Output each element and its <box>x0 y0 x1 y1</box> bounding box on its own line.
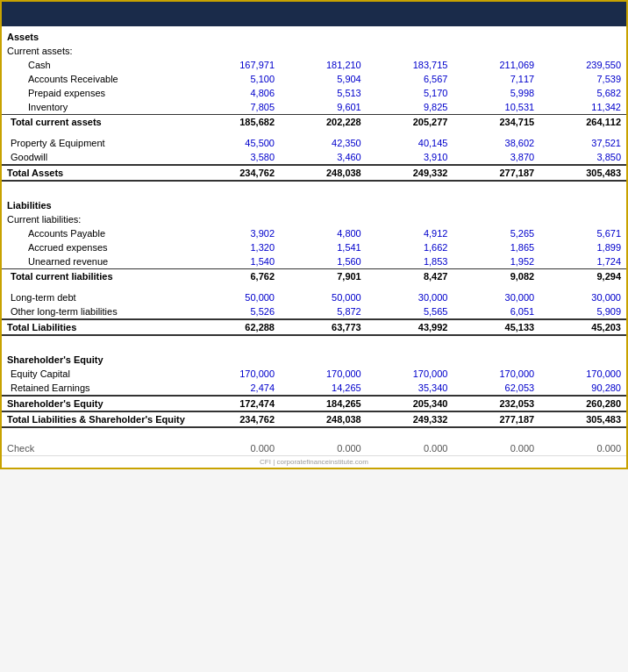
row-label: Total Liabilities & Shareholder's Equity <box>2 411 193 427</box>
row-label: Cash <box>2 58 193 72</box>
spacer-row <box>2 129 626 136</box>
row-value-2018: 45,203 <box>539 319 626 335</box>
row-value-2014: 1,320 <box>193 240 280 254</box>
row-label: Other long-term liabilities <box>2 304 193 319</box>
table-row: Total Liabilities62,28863,77343,99245,13… <box>2 319 626 335</box>
row-value-2016 <box>367 26 453 44</box>
table-row: Current liabilities: <box>2 212 626 226</box>
year-2015 <box>280 19 367 26</box>
table-row: Other long-term liabilities5,5265,8725,5… <box>2 304 626 319</box>
year-2017 <box>453 19 539 26</box>
row-value-2018: 37,521 <box>539 136 626 150</box>
row-value-2016: 40,145 <box>367 136 453 150</box>
row-label: Shareholder's Equity <box>2 349 193 367</box>
row-label: Prepaid expenses <box>2 86 193 100</box>
spreadsheet-container: AssetsCurrent assets:Cash167,971181,2101… <box>0 0 628 469</box>
row-label: Total current assets <box>2 115 193 130</box>
row-value-2017: 38,602 <box>453 136 539 150</box>
row-label: Accounts Payable <box>2 226 193 240</box>
row-label: Equity Capital <box>2 367 193 381</box>
table-row: Inventory7,8059,6019,82510,53111,342 <box>2 100 626 115</box>
spacer-row <box>2 283 626 290</box>
row-value-2016: 249,332 <box>367 165 453 181</box>
row-value-2014: 185,682 <box>193 115 280 130</box>
row-value-2017: 9,082 <box>453 269 539 284</box>
table-row: Accrued expenses1,3201,5411,6621,8651,89… <box>2 240 626 254</box>
row-value-2014: 7,805 <box>193 100 280 115</box>
table-row: Total Liabilities & Shareholder's Equity… <box>2 411 626 427</box>
table-row: Prepaid expenses4,8065,5135,1705,9985,68… <box>2 86 626 100</box>
row-label: Unearned revenue <box>2 254 193 269</box>
row-value-2014: 3,580 <box>193 150 280 165</box>
row-value-2014: 5,526 <box>193 304 280 319</box>
row-value-2016: 9,825 <box>367 100 453 115</box>
row-value-2017 <box>453 44 539 58</box>
row-label: Accrued expenses <box>2 240 193 254</box>
row-value-2017: 232,053 <box>453 396 539 411</box>
table-row: Total current liabilities6,7627,9018,427… <box>2 269 626 284</box>
row-value-2016: 205,277 <box>367 115 453 130</box>
row-value-2017: 211,069 <box>453 58 539 72</box>
row-value-2014: 45,500 <box>193 136 280 150</box>
row-value-2017: 277,187 <box>453 411 539 427</box>
row-value-2017: 6,051 <box>453 304 539 319</box>
row-value-2018: 170,000 <box>539 367 626 381</box>
row-value-2016: 183,715 <box>367 58 453 72</box>
row-value-2015 <box>280 212 367 226</box>
row-label: Goodwill <box>2 150 193 165</box>
table-row: Cash167,971181,210183,715211,069239,550 <box>2 58 626 72</box>
row-value-2017 <box>453 212 539 226</box>
row-label: Check <box>2 441 193 455</box>
spacer-row <box>2 434 626 441</box>
row-value-2015: 4,800 <box>280 226 367 240</box>
row-value-2017 <box>453 26 539 44</box>
table-row: Property & Equipment45,50042,35040,14538… <box>2 136 626 150</box>
row-value-2015: 9,601 <box>280 100 367 115</box>
row-value-2014: 167,971 <box>193 58 280 72</box>
row-value-2017: 7,117 <box>453 72 539 86</box>
row-label: Total current liabilities <box>2 269 193 284</box>
row-value-2018 <box>539 44 626 58</box>
row-value-2014 <box>193 195 280 212</box>
table-row: Long-term debt50,00050,00030,00030,00030… <box>2 290 626 304</box>
row-value-2018: 7,539 <box>539 72 626 86</box>
table-row: Accounts Receivable5,1005,9046,5677,1177… <box>2 72 626 86</box>
table-row: Check0.0000.0000.0000.0000.000 <box>2 441 626 455</box>
row-value-2014: 62,288 <box>193 319 280 335</box>
label-header <box>2 19 193 26</box>
bottom-watermark: CFI | corporatefinanceinstitute.com <box>2 455 626 468</box>
row-value-2016: 6,567 <box>367 72 453 86</box>
row-value-2015: 248,038 <box>280 165 367 181</box>
table-row: Accounts Payable3,9024,8004,9125,2655,67… <box>2 226 626 240</box>
row-value-2014 <box>193 349 280 367</box>
row-value-2015: 50,000 <box>280 290 367 304</box>
row-value-2016 <box>367 349 453 367</box>
row-label: Total Assets <box>2 165 193 181</box>
row-value-2018: 9,294 <box>539 269 626 284</box>
row-value-2015: 5,904 <box>280 72 367 86</box>
row-value-2015: 7,901 <box>280 269 367 284</box>
table-row: Retained Earnings2,47414,26535,34062,053… <box>2 381 626 396</box>
row-value-2018 <box>539 212 626 226</box>
row-label: Inventory <box>2 100 193 115</box>
row-value-2018: 11,342 <box>539 100 626 115</box>
row-value-2017: 277,187 <box>453 165 539 181</box>
row-value-2015 <box>280 349 367 367</box>
row-value-2015 <box>280 26 367 44</box>
row-value-2016 <box>367 195 453 212</box>
row-value-2018: 5,909 <box>539 304 626 319</box>
year-2014 <box>193 19 280 26</box>
row-value-2018: 305,483 <box>539 411 626 427</box>
row-value-2017: 62,053 <box>453 381 539 396</box>
row-value-2014: 170,000 <box>193 367 280 381</box>
row-value-2017: 45,133 <box>453 319 539 335</box>
table-row: Total current assets185,682202,228205,27… <box>2 115 626 130</box>
row-value-2014: 234,762 <box>193 165 280 181</box>
row-value-2015: 42,350 <box>280 136 367 150</box>
row-value-2018 <box>539 349 626 367</box>
row-value-2014: 4,806 <box>193 86 280 100</box>
row-value-2018: 5,671 <box>539 226 626 240</box>
table-row: Total Assets234,762248,038249,332277,187… <box>2 165 626 181</box>
row-value-2017 <box>453 195 539 212</box>
row-value-2018: 90,280 <box>539 381 626 396</box>
